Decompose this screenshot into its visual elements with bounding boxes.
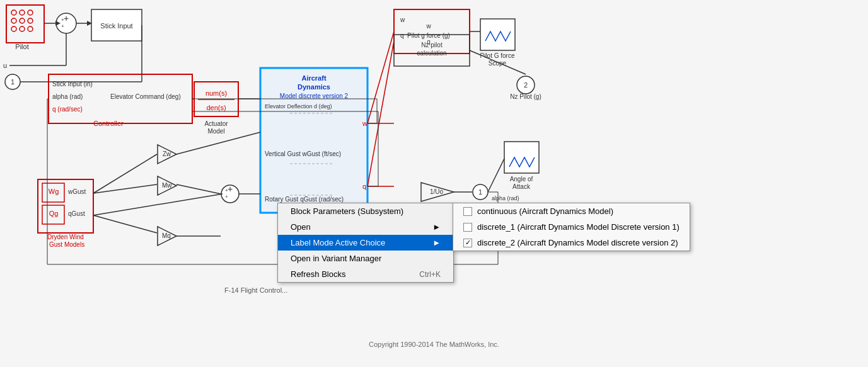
submenu-continuous[interactable]: continuous (Aircraft Dynamics Model) xyxy=(453,203,690,219)
svg-text:q: q xyxy=(400,32,404,39)
submenu-discrete1[interactable]: discrete_1 (Aircraft Dynamics Model Disc… xyxy=(453,219,690,235)
svg-text:w: w xyxy=(425,23,431,30)
svg-line-104 xyxy=(367,41,394,186)
svg-text:Aircraft: Aircraft xyxy=(301,74,326,82)
svg-text:Angle of: Angle of xyxy=(510,176,533,183)
svg-text:1: 1 xyxy=(11,78,14,86)
svg-point-3 xyxy=(28,10,33,15)
svg-line-72 xyxy=(93,194,223,215)
svg-text:Wg: Wg xyxy=(49,188,59,195)
copyright-text: Copyright 1990-2014 The MathWorks, Inc. xyxy=(369,341,499,348)
svg-text:+: + xyxy=(61,17,64,23)
svg-text:q (rad/sec): q (rad/sec) xyxy=(52,106,83,113)
svg-text:q: q xyxy=(362,183,366,190)
svg-text:w: w xyxy=(400,16,405,23)
svg-rect-94 xyxy=(504,142,539,173)
svg-point-4 xyxy=(11,18,16,23)
svg-text:Scope: Scope xyxy=(489,60,507,67)
context-menu-open[interactable]: Open ► xyxy=(278,219,453,235)
label-mode-submenu[interactable]: continuous (Aircraft Dynamics Model) dis… xyxy=(453,203,690,251)
svg-text:Model: Model xyxy=(207,128,224,135)
svg-text:Dryden Wind: Dryden Wind xyxy=(47,234,84,240)
context-menu[interactable]: Block Parameters (Subsystem) Open ► Labe… xyxy=(277,203,454,283)
svg-rect-88 xyxy=(480,19,515,50)
discrete2-label: discrete_2 (Aircraft Dynamics Model disc… xyxy=(477,238,678,247)
svg-text:calculation: calculation xyxy=(417,50,446,57)
svg-text:Dynamics: Dynamics xyxy=(298,83,330,91)
context-menu-block-parameters[interactable]: Block Parameters (Subsystem) xyxy=(278,203,453,219)
context-menu-label-mode[interactable]: Label Mode Active Choice ► xyxy=(278,235,453,251)
svg-point-1 xyxy=(11,10,16,15)
svg-text:Actuator: Actuator xyxy=(204,120,228,127)
refresh-shortcut: Ctrl+K xyxy=(419,270,441,279)
stick-input-label: Stick Input xyxy=(100,22,132,30)
svg-text:alpha (rad): alpha (rad) xyxy=(492,195,519,201)
svg-line-70 xyxy=(93,184,157,193)
open-arrow: ► xyxy=(432,222,441,232)
svg-line-71 xyxy=(93,215,157,233)
diagram-canvas: Pilot + + + Stick Input u 1 Stick Input … xyxy=(0,0,868,367)
svg-line-73 xyxy=(176,132,260,154)
diagram-svg: Pilot + + + Stick Input u 1 Stick Input … xyxy=(0,0,868,367)
svg-rect-60 xyxy=(38,179,93,233)
svg-point-5 xyxy=(20,18,25,23)
continuous-label: continuous (Aircraft Dynamics Model) xyxy=(477,206,613,216)
svg-text:den(s): den(s) xyxy=(206,104,226,111)
submenu-discrete2[interactable]: ✓ discrete_2 (Aircraft Dynamics Model di… xyxy=(453,235,690,251)
svg-text:1: 1 xyxy=(478,188,482,196)
label-mode-label: Label Mode Active Choice xyxy=(291,238,385,247)
svg-text:Nz pilot: Nz pilot xyxy=(421,42,443,48)
svg-text:Mq: Mq xyxy=(162,232,171,239)
svg-text:+: + xyxy=(228,184,233,194)
svg-text:1/Uo: 1/Uo xyxy=(430,188,444,195)
open-variant-label: Open in Variant Manager xyxy=(291,254,381,263)
svg-text:Nz Pilot (g): Nz Pilot (g) xyxy=(510,93,541,100)
svg-text:Attack: Attack xyxy=(512,183,531,190)
svg-point-2 xyxy=(20,10,25,15)
svg-line-69 xyxy=(93,154,157,193)
refresh-label: Refresh Blocks xyxy=(291,269,345,279)
svg-text:Pilot: Pilot xyxy=(15,43,28,50)
svg-text:Pilot G force: Pilot G force xyxy=(480,52,514,59)
svg-text:+: + xyxy=(225,188,228,193)
svg-text:Zw: Zw xyxy=(163,150,171,157)
svg-point-6 xyxy=(28,18,33,23)
svg-text:alpha (rad): alpha (rad) xyxy=(52,93,83,100)
svg-text:Vertical Gust wGust (ft/sec): Vertical Gust wGust (ft/sec) xyxy=(265,150,341,157)
block-parameters-label: Block Parameters (Subsystem) xyxy=(291,206,403,216)
continuous-checkbox[interactable] xyxy=(463,207,472,216)
svg-line-102 xyxy=(488,159,504,192)
svg-text:Elevator Command (deg): Elevator Command (deg) xyxy=(110,93,181,100)
discrete1-label: discrete_1 (Aircraft Dynamics Model Disc… xyxy=(477,222,680,232)
discrete2-checkbox[interactable]: ✓ xyxy=(463,239,472,247)
svg-text:+: + xyxy=(64,13,69,23)
svg-text:F-14 Flight Control...: F-14 Flight Control... xyxy=(224,286,287,294)
svg-text:wGust: wGust xyxy=(67,188,86,195)
label-mode-arrow: ► xyxy=(432,238,441,247)
svg-text:num(s): num(s) xyxy=(205,89,227,97)
svg-line-74 xyxy=(176,184,221,194)
svg-text:+: + xyxy=(61,23,64,29)
svg-text:+: + xyxy=(225,194,228,200)
svg-text:Mw: Mw xyxy=(162,182,172,189)
svg-text:qGust: qGust xyxy=(68,210,85,217)
svg-text:Model discrete version 2: Model discrete version 2 xyxy=(280,93,349,99)
u-label: u xyxy=(3,62,7,69)
svg-line-103 xyxy=(367,31,394,123)
svg-text:Rotary Gust qGust (rad/sec): Rotary Gust qGust (rad/sec) xyxy=(265,196,344,203)
svg-text:Controller: Controller xyxy=(93,120,124,127)
svg-text:w: w xyxy=(362,120,367,127)
svg-point-7 xyxy=(11,26,16,31)
svg-point-8 xyxy=(20,26,25,31)
open-label: Open xyxy=(291,222,311,232)
svg-text:2: 2 xyxy=(524,81,528,89)
svg-text:Gust Models: Gust Models xyxy=(49,241,84,248)
svg-text:Qg: Qg xyxy=(49,210,59,217)
svg-text:Elevator Deflection d (deg): Elevator Deflection d (deg) xyxy=(265,103,332,110)
svg-point-9 xyxy=(28,26,33,31)
context-menu-open-variant[interactable]: Open in Variant Manager xyxy=(278,251,453,266)
discrete1-checkbox[interactable] xyxy=(463,223,472,232)
context-menu-refresh[interactable]: Refresh Blocks Ctrl+K xyxy=(278,266,453,282)
